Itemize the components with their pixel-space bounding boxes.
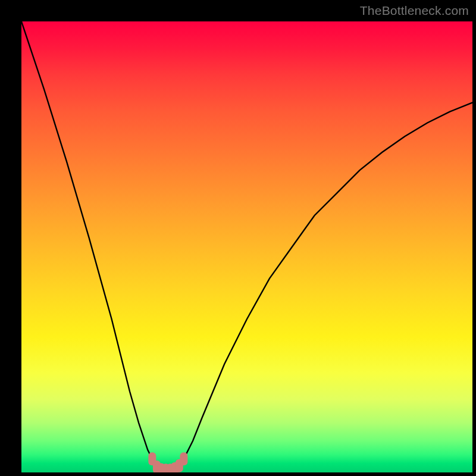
valley-marker [180, 452, 187, 465]
attribution-text: TheBottleneck.com [360, 4, 469, 18]
bottleneck-curve [21, 21, 472, 470]
curve-layer [21, 21, 472, 472]
valley-markers [148, 452, 187, 472]
plot-area [21, 21, 472, 472]
chart-frame: TheBottleneck.com [0, 0, 476, 476]
